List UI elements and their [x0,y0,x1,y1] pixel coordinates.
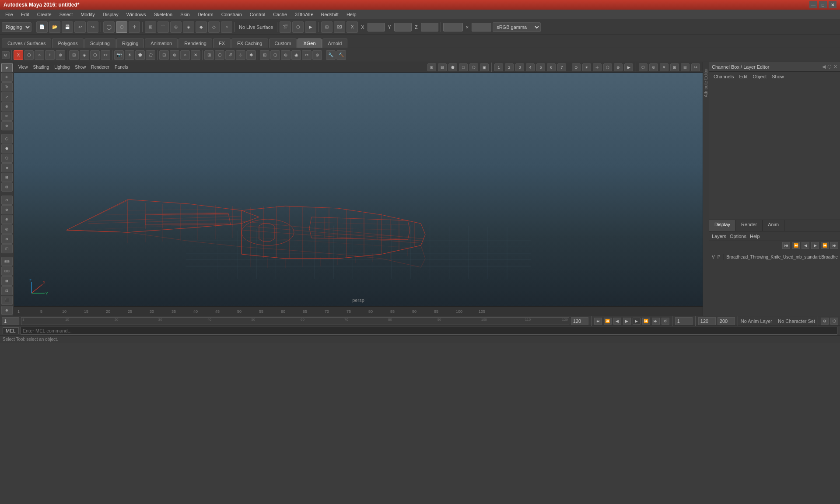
vp-ctrl20[interactable]: ⬡ [639,63,648,71]
mode-dropdown[interactable]: Rigging [2,22,32,32]
tool-z[interactable]: 🔨 [336,50,346,60]
tab-rigging[interactable]: Rigging [116,38,144,48]
vp-ctrl15[interactable]: ☀ [582,63,591,71]
pref2-btn[interactable]: ⬡ [830,318,838,325]
nav-next2-btn[interactable]: ⏩ [821,242,829,249]
menu-select[interactable]: Select [56,11,77,18]
display-btn[interactable]: ⊞ [321,21,332,33]
tool-select-btn[interactable]: X [14,50,23,60]
extra5-sidebar-btn[interactable]: ⬛ [1,296,13,305]
snap-active-button[interactable]: ◇ [208,21,220,33]
scale-tool-sidebar-btn[interactable]: ⤢ [1,92,13,101]
tool-scale-btn[interactable]: + [45,50,55,60]
y-coord-input[interactable] [394,23,412,32]
tool-y[interactable]: 🔧 [326,50,336,60]
tab-animation[interactable]: Animation [145,38,178,48]
vp-ctrl13[interactable]: 7 [557,63,566,71]
render2-btn[interactable]: ⬡ [292,21,304,33]
cb-tab-object[interactable]: Object [751,74,768,80]
vp-ctrl6[interactable]: ▣ [480,63,489,71]
menu-skin[interactable]: Skin [177,11,193,18]
transport-prev-btn[interactable]: ⏪ [604,318,612,325]
colorspace-dropdown[interactable]: sRGB gamma [493,22,541,32]
tool-n[interactable]: ⊞ [204,50,214,60]
vp-ctrl11[interactable]: 5 [536,63,545,71]
vp-ctrl14[interactable]: ⊙ [572,63,581,71]
vp-menu-view[interactable]: View [17,64,30,70]
cb-tab-channels[interactable]: Channels [712,74,735,80]
tab-curves-surfaces[interactable]: Curves / Surfaces [2,38,51,48]
undo-button[interactable]: ↩ [74,21,86,33]
help-submenu[interactable]: Help [750,234,760,239]
menu-windows[interactable]: Windows [123,11,150,18]
channel-box-float-btn[interactable]: ⬡ [827,64,832,70]
tab-rendering[interactable]: Rendering [178,38,212,48]
menu-3dtool[interactable]: 3DtoAll▾ [291,11,316,18]
transport-last-btn[interactable]: ⏭ [652,318,660,325]
range-end-input[interactable] [571,317,588,325]
tool-u[interactable]: ⊕ [281,50,290,60]
range-start-input[interactable] [2,317,19,325]
tool-l[interactable]: ○ [180,50,190,60]
vp-ctrl10[interactable]: 4 [526,63,535,71]
value2-input[interactable]: 1.00 [472,23,491,32]
tool-universal-btn[interactable]: ⊕ [56,50,65,60]
nav-next-btn[interactable]: ▶ [811,242,819,249]
anim-tab[interactable]: Anim [763,220,784,231]
channel-box-expand-btn[interactable]: ◀ [822,64,826,70]
snap-view-button[interactable]: ◈ [183,21,194,33]
extra1-sidebar-btn[interactable]: ⊞⊞ [1,257,13,266]
snap-toolbar-btn[interactable]: ⊙ [2,51,10,59]
ipr-btn[interactable]: ▶ [305,21,316,33]
view4-sidebar-btn[interactable]: ◎ [1,224,13,234]
transport-loop-btn[interactable]: ↺ [662,318,669,325]
snap-curve-button[interactable]: ⌒ [158,21,169,33]
vp-ctrl9[interactable]: 3 [515,63,524,71]
value1-input[interactable]: 0.00 [443,23,463,32]
close-button[interactable]: ✕ [829,1,836,8]
tool-c[interactable]: ⊞ [69,50,79,60]
tab-arnold[interactable]: Arnold [322,38,348,48]
snap2-sidebar-btn[interactable]: ⬡ [1,134,13,143]
move-tool-sidebar-btn[interactable]: ✛ [1,73,13,82]
vp-ctrl23[interactable]: ⊞ [670,63,679,71]
vp-menu-show[interactable]: Show [73,64,88,70]
nav-prev-btn[interactable]: ⏪ [792,242,800,249]
nav-first-btn[interactable]: ⏮ [782,242,790,249]
new-scene-button[interactable]: 📄 [36,21,48,33]
vp-ctrl18[interactable]: ⊕ [614,63,623,71]
tool-e[interactable]: ⬡ [90,50,100,60]
tab-xgen[interactable]: XGen [298,38,321,48]
transport-next-btn[interactable]: ⏩ [642,318,650,325]
open-scene-button[interactable]: 📂 [49,21,60,33]
vp-ctrl17[interactable]: ⬡ [603,63,612,71]
softsel-sidebar-btn[interactable]: ⊛ [1,102,13,111]
menu-help[interactable]: Help [343,11,360,18]
select-tool-button[interactable]: ⬡ [103,21,115,33]
view1-sidebar-btn[interactable]: ⊙ [1,196,13,205]
tool-k[interactable]: ⊕ [170,50,179,60]
tool-t[interactable]: ⬡ [270,50,280,60]
snap1-sidebar-btn[interactable]: ⊕ [1,121,13,130]
snap4-sidebar-btn[interactable]: ⬠ [1,154,13,163]
vp-ctrl5[interactable]: ⬡ [469,63,478,71]
lasso-select-button[interactable]: ⬡ [116,21,127,33]
view2-sidebar-btn[interactable]: ⊚ [1,205,13,214]
tool-j[interactable]: ⊟ [159,50,169,60]
display-tab[interactable]: Display [709,220,736,231]
tool-v[interactable]: ◉ [291,50,301,60]
tool-x[interactable]: ⊗ [312,50,322,60]
menu-constrain[interactable]: Constrain [218,11,245,18]
nav-prev2-btn[interactable]: ◀ [802,242,809,249]
vp-ctrl12[interactable]: 6 [547,63,556,71]
rotate-tool-sidebar-btn[interactable]: ↻ [1,82,13,91]
transport-first-btn[interactable]: ⏮ [594,318,602,325]
vp-ctrl16[interactable]: ✛ [593,63,602,71]
xyz-btn[interactable]: X [346,21,358,33]
timeline-scrub[interactable]: 1 10 20 30 40 50 60 70 80 90 100 110 120 [21,317,569,325]
menu-cache[interactable]: Cache [270,11,290,18]
tab-polygons[interactable]: Polygons [52,38,83,48]
snap-point-button[interactable]: ⊕ [170,21,182,33]
vp-ctrl22[interactable]: ✕ [660,63,668,71]
tool-h[interactable]: ⬟ [135,50,145,60]
